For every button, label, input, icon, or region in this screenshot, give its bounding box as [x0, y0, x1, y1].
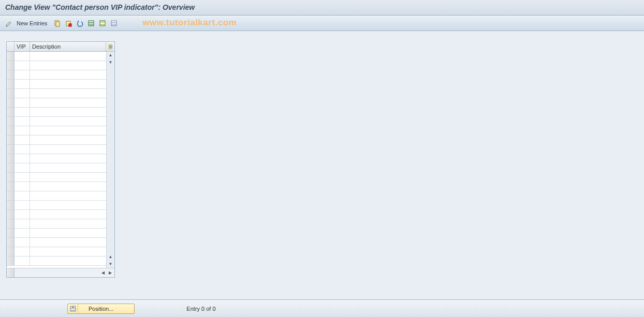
- cell-description[interactable]: [30, 238, 106, 247]
- copy-icon[interactable]: [52, 19, 62, 28]
- row-selector[interactable]: [7, 126, 14, 135]
- deselect-all-icon[interactable]: [109, 19, 119, 28]
- row-selector[interactable]: [7, 61, 14, 70]
- cell-vip[interactable]: [14, 70, 30, 80]
- cell-description[interactable]: [30, 89, 106, 98]
- cell-description[interactable]: [30, 247, 106, 256]
- row-selector-header[interactable]: [7, 42, 14, 51]
- table-row[interactable]: [7, 80, 106, 89]
- table-row[interactable]: [7, 135, 106, 145]
- cell-description[interactable]: [30, 229, 106, 238]
- scroll-up-icon[interactable]: ▲: [107, 52, 114, 59]
- cell-description[interactable]: [30, 70, 106, 80]
- scroll-up2-icon[interactable]: ▲: [107, 253, 114, 261]
- row-selector[interactable]: [7, 247, 14, 256]
- cell-description[interactable]: [30, 126, 106, 135]
- cell-vip[interactable]: [14, 154, 30, 163]
- delete-icon[interactable]: [64, 19, 73, 28]
- cell-description[interactable]: [30, 61, 106, 70]
- table-row[interactable]: [7, 191, 106, 201]
- cell-vip[interactable]: [14, 247, 30, 256]
- row-selector[interactable]: [7, 108, 14, 117]
- table-row[interactable]: [7, 210, 106, 219]
- table-row[interactable]: [7, 117, 106, 126]
- table-row[interactable]: [7, 61, 106, 70]
- cell-vip[interactable]: [14, 108, 30, 117]
- table-row[interactable]: [7, 182, 106, 191]
- table-row[interactable]: [7, 219, 106, 229]
- row-selector[interactable]: [7, 256, 14, 266]
- footer-row-selector[interactable]: [7, 268, 14, 277]
- cell-vip[interactable]: [14, 229, 30, 238]
- table-row[interactable]: [7, 201, 106, 210]
- cell-description[interactable]: [30, 80, 106, 89]
- table-row[interactable]: [7, 108, 106, 117]
- row-selector[interactable]: [7, 219, 14, 229]
- table-row[interactable]: [7, 163, 106, 173]
- table-row[interactable]: [7, 256, 106, 266]
- horizontal-scrollbar[interactable]: ◀ ▶: [14, 270, 114, 276]
- row-selector[interactable]: [7, 145, 14, 154]
- vertical-scrollbar[interactable]: ▲ ▼ ▲ ▼: [106, 52, 114, 268]
- cell-vip[interactable]: [14, 98, 30, 108]
- cell-description[interactable]: [30, 108, 106, 117]
- cell-vip[interactable]: [14, 238, 30, 247]
- select-block-icon[interactable]: [98, 19, 107, 28]
- cell-vip[interactable]: [14, 61, 30, 70]
- row-selector[interactable]: [7, 89, 14, 98]
- row-selector[interactable]: [7, 238, 14, 247]
- row-selector[interactable]: [7, 201, 14, 210]
- row-selector[interactable]: [7, 229, 14, 238]
- cell-description[interactable]: [30, 98, 106, 108]
- cell-description[interactable]: [30, 182, 106, 191]
- table-config-icon[interactable]: [106, 42, 114, 51]
- table-row[interactable]: [7, 173, 106, 182]
- table-row[interactable]: [7, 238, 106, 247]
- cell-vip[interactable]: [14, 117, 30, 126]
- cell-description[interactable]: [30, 256, 106, 266]
- cell-description[interactable]: [30, 191, 106, 201]
- scroll-down-icon[interactable]: ▼: [107, 59, 114, 66]
- cell-description[interactable]: [30, 52, 106, 61]
- undo-icon[interactable]: [75, 19, 84, 28]
- cell-description[interactable]: [30, 219, 106, 229]
- scroll-left-icon[interactable]: ◀: [100, 270, 106, 276]
- column-header-description[interactable]: Description: [30, 42, 106, 51]
- cell-vip[interactable]: [14, 210, 30, 219]
- scroll-down2-icon[interactable]: ▼: [107, 261, 114, 268]
- cell-vip[interactable]: [14, 80, 30, 89]
- cell-description[interactable]: [30, 163, 106, 173]
- row-selector[interactable]: [7, 182, 14, 191]
- row-selector[interactable]: [7, 70, 14, 80]
- cell-description[interactable]: [30, 154, 106, 163]
- cell-vip[interactable]: [14, 173, 30, 182]
- row-selector[interactable]: [7, 191, 14, 201]
- table-row[interactable]: [7, 229, 106, 238]
- table-row[interactable]: [7, 126, 106, 135]
- cell-vip[interactable]: [14, 201, 30, 210]
- row-selector[interactable]: [7, 163, 14, 173]
- row-selector[interactable]: [7, 154, 14, 163]
- select-all-icon[interactable]: [86, 19, 96, 28]
- new-entries-button[interactable]: New Entries: [16, 20, 50, 26]
- cell-description[interactable]: [30, 210, 106, 219]
- row-selector[interactable]: [7, 117, 14, 126]
- cell-vip[interactable]: [14, 145, 30, 154]
- cell-description[interactable]: [30, 135, 106, 145]
- row-selector[interactable]: [7, 135, 14, 145]
- row-selector[interactable]: [7, 80, 14, 89]
- table-row[interactable]: [7, 247, 106, 256]
- cell-vip[interactable]: [14, 182, 30, 191]
- cell-description[interactable]: [30, 201, 106, 210]
- cell-vip[interactable]: [14, 126, 30, 135]
- table-row[interactable]: [7, 70, 106, 80]
- cell-vip[interactable]: [14, 191, 30, 201]
- cell-description[interactable]: [30, 173, 106, 182]
- cell-vip[interactable]: [14, 52, 30, 61]
- cell-vip[interactable]: [14, 163, 30, 173]
- table-row[interactable]: [7, 145, 106, 154]
- position-button[interactable]: Position...: [67, 304, 135, 314]
- table-row[interactable]: [7, 98, 106, 108]
- cell-description[interactable]: [30, 145, 106, 154]
- row-selector[interactable]: [7, 173, 14, 182]
